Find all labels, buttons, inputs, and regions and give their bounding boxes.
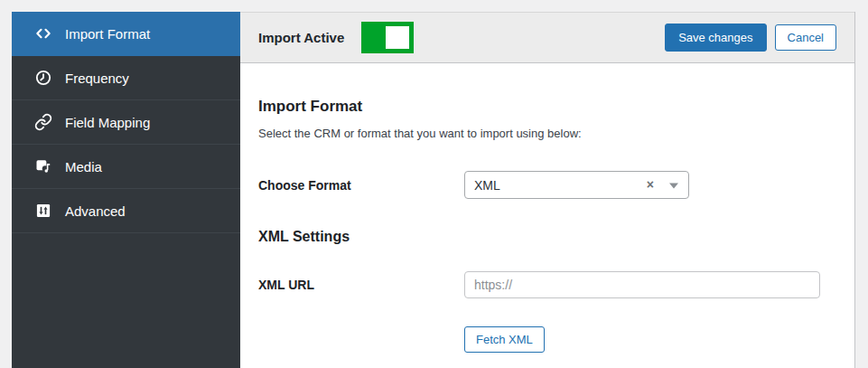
choose-format-label: Choose Format (258, 178, 464, 193)
section-title: Import Format (258, 98, 836, 116)
cancel-button[interactable]: Cancel (775, 24, 836, 51)
settings-sidebar: Import Format Frequency Field Mapping (12, 12, 240, 368)
sidebar-item-field-mapping[interactable]: Field Mapping (12, 100, 240, 145)
choose-format-row: Choose Format XML × (258, 171, 836, 199)
sidebar-item-label: Media (65, 159, 102, 175)
sliders-icon (34, 202, 52, 220)
format-select-value: XML (474, 178, 500, 193)
sidebar-item-label: Frequency (65, 71, 129, 86)
sidebar-item-media[interactable]: Media (12, 145, 240, 189)
xml-url-row: XML URL (258, 271, 836, 298)
topbar: Import Active Save changes Cancel (240, 12, 854, 63)
xml-url-input[interactable] (464, 271, 820, 298)
toggle-knob (386, 26, 409, 49)
save-changes-button[interactable]: Save changes (665, 24, 766, 52)
sidebar-item-label: Advanced (65, 203, 126, 219)
link-icon (34, 113, 52, 131)
main-panel: Import Active Save changes Cancel Import… (240, 12, 855, 368)
sidebar-item-advanced[interactable]: Advanced (12, 189, 240, 233)
sidebar-item-frequency[interactable]: Frequency (12, 56, 240, 100)
import-settings-page: Import Format Frequency Field Mapping (0, 0, 868, 368)
media-icon (34, 157, 52, 175)
sidebar-item-label: Import Format (65, 26, 150, 42)
xml-url-label: XML URL (258, 278, 464, 292)
import-active-toggle[interactable] (361, 22, 414, 53)
sidebar-item-label: Field Mapping (65, 115, 150, 130)
fetch-xml-row: Fetch XML (258, 326, 836, 353)
clear-selection-icon[interactable]: × (647, 177, 654, 192)
chevron-down-icon (669, 183, 678, 188)
content-area: Import Format Select the CRM or format t… (240, 63, 854, 353)
section-description: Select the CRM or format that you want t… (258, 127, 836, 140)
import-active-label: Import Active (258, 30, 344, 45)
format-select[interactable]: XML × (464, 171, 689, 199)
fetch-xml-button[interactable]: Fetch XML (464, 326, 545, 353)
clock-icon (34, 69, 52, 87)
code-icon (34, 24, 52, 42)
xml-settings-title: XML Settings (258, 229, 836, 245)
sidebar-item-import-format[interactable]: Import Format (12, 12, 240, 56)
